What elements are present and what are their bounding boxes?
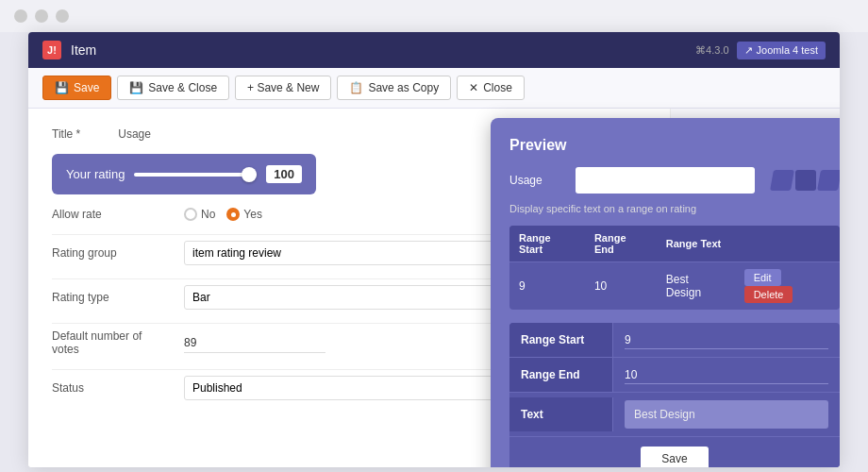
default-votes-label: Default number of votes (52, 329, 165, 356)
save-copy-button[interactable]: 📋 Save as Copy (337, 76, 451, 100)
cell-range-start: 9 (509, 262, 585, 311)
rating-value: 100 (266, 165, 302, 183)
preview-usage-row: Usage (509, 167, 840, 194)
chrome-maximize[interactable] (56, 9, 69, 23)
rating-slider[interactable] (134, 173, 257, 177)
save-new-button[interactable]: + Save & New (235, 76, 331, 100)
allow-rate-yes-option[interactable]: Yes (226, 208, 262, 221)
preview-panel: Preview Usage Display specific text on a… (491, 118, 840, 467)
form-range-end-input[interactable] (625, 366, 828, 384)
cell-actions: Edit Delete (735, 262, 840, 311)
save-close-icon: 💾 (129, 81, 143, 94)
col-range-start: Range Start (509, 226, 585, 262)
preview-usage-label: Usage (509, 174, 566, 187)
pattern-block-3 (817, 170, 840, 191)
delete-button[interactable]: Delete (744, 286, 793, 303)
preview-panel-title: Preview (509, 137, 840, 154)
form-range-start-row: Range Start (509, 323, 840, 358)
form-text-row: Text Best Design (509, 393, 840, 437)
content-area: Title * Usage Your rating 100 Allow rate… (28, 109, 840, 467)
copy-icon: 📋 (349, 81, 363, 94)
usage-label: Usage (118, 127, 151, 141)
pattern-block-2 (795, 170, 816, 191)
save-close-button[interactable]: 💾 Save & Close (117, 76, 229, 100)
form-range-end-row: Range End (509, 358, 840, 393)
close-button[interactable]: ✕ Close (457, 76, 525, 100)
radio-yes[interactable] (226, 208, 240, 221)
title-label: Title * (52, 127, 80, 141)
joomla-icon: J! (42, 41, 61, 59)
chrome-minimize[interactable] (35, 9, 48, 23)
form-text-field: Best Design (613, 393, 840, 436)
preview-usage-input[interactable] (576, 167, 755, 194)
allow-rate-label: Allow rate (52, 208, 165, 221)
form-range-start-label: Range Start (509, 323, 613, 357)
allow-rate-no-option[interactable]: No (184, 208, 215, 221)
preview-pattern (772, 170, 840, 191)
window-chrome (0, 0, 868, 32)
preview-save-row: Save (509, 437, 840, 467)
col-range-end: Range End (585, 226, 657, 262)
joomla-link-button[interactable]: ↗ Joomla 4 test (737, 42, 826, 59)
top-bar-left: J! Item (42, 41, 96, 59)
default-votes-input[interactable] (184, 333, 326, 353)
save-button[interactable]: 💾 Save (42, 76, 111, 100)
status-label: Status (52, 381, 165, 395)
radio-no[interactable] (184, 208, 197, 221)
chrome-close[interactable] (14, 9, 27, 23)
form-range-start-field (613, 324, 840, 357)
cell-range-text: Best Design (657, 262, 735, 311)
preview-description: Display specific text on a range on rati… (509, 203, 840, 214)
preview-table: Range Start Range End Range Text 9 10 Be… (509, 226, 840, 310)
app-title: Item (71, 42, 96, 58)
preview-form: Range Start Range End Text Best Design (509, 323, 840, 467)
save-icon: 💾 (55, 81, 69, 94)
top-bar: J! Item ⌘4.3.0 ↗ Joomla 4 test (28, 32, 840, 68)
external-icon: ↗ (744, 44, 753, 57)
rating-box: Your rating 100 (52, 154, 316, 194)
rating-type-label: Rating type (52, 291, 165, 304)
rating-label: Your rating (66, 167, 125, 181)
rating-group-label: Rating group (52, 246, 165, 260)
col-range-text: Range Text (657, 226, 735, 262)
form-range-end-label: Range End (509, 358, 613, 392)
version-badge: ⌘4.3.0 (695, 44, 728, 57)
preview-save-button[interactable]: Save (641, 447, 708, 467)
rating-thumb[interactable] (242, 167, 257, 182)
top-bar-right: ⌘4.3.0 ↗ Joomla 4 test (695, 42, 826, 59)
edit-button[interactable]: Edit (744, 269, 781, 286)
form-text-input[interactable]: Best Design (625, 400, 828, 429)
app-window: J! Item ⌘4.3.0 ↗ Joomla 4 test 💾 Save 💾 … (28, 32, 840, 467)
table-row: 9 10 Best Design Edit Delete (509, 262, 840, 311)
cell-range-end: 10 (585, 262, 657, 311)
form-range-start-input[interactable] (625, 331, 828, 349)
pattern-block-1 (770, 170, 794, 191)
form-text-label: Text (509, 397, 613, 431)
col-actions (735, 226, 840, 262)
toolbar: 💾 Save 💾 Save & Close + Save & New 📋 Sav… (28, 68, 840, 109)
close-icon: ✕ (469, 81, 478, 94)
form-range-end-field (613, 359, 840, 392)
